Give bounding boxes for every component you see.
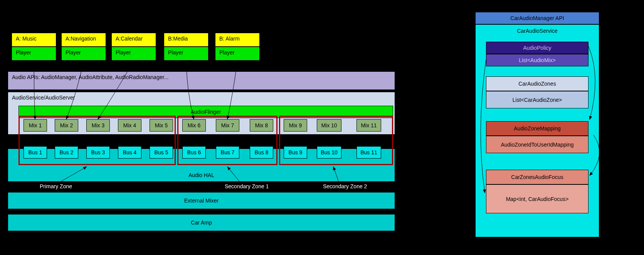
service-label: CarAudioService bbox=[517, 28, 557, 34]
secondary-zone-1-label: Secondary Zone 1 bbox=[225, 183, 269, 189]
api-label: CarAudioManager API bbox=[510, 15, 564, 21]
audio-apis-layer: Audio APIs: AudioManager, AudioAttribute… bbox=[8, 71, 395, 90]
player-label: Player bbox=[219, 49, 235, 56]
zone-user-mapping-label: AudioZoneIdToUserIdMapping bbox=[501, 142, 573, 148]
car-audio-zone-list-box: List<CarAudioZone> bbox=[486, 91, 589, 108]
zone-user-mapping-box: AudioZoneIdToUserIdMapping bbox=[486, 136, 589, 153]
app-a-calendar: A:Calendar bbox=[111, 33, 156, 47]
player-label: Player bbox=[66, 49, 81, 56]
car-audio-zones-label: CarAudioZones bbox=[518, 81, 556, 87]
audio-hal-label: Audio HAL bbox=[188, 172, 214, 178]
player-a-nav: Player bbox=[61, 47, 106, 61]
player-a-calendar: Player bbox=[111, 47, 156, 61]
app-label: A:Navigation bbox=[66, 35, 96, 42]
player-label: Player bbox=[168, 49, 183, 56]
app-a-music: A: Music bbox=[12, 33, 56, 47]
car-audio-zone-list-label: List<CarAudioZone> bbox=[513, 97, 562, 103]
car-audio-manager-api: CarAudioManager API bbox=[475, 12, 599, 24]
car-amp-layer: Car Amp bbox=[8, 214, 395, 231]
car-amp-label: Car Amp bbox=[191, 220, 212, 226]
primary-zone-outline bbox=[18, 116, 176, 165]
car-audio-zones-box: CarAudioZones bbox=[486, 76, 589, 91]
player-label: Player bbox=[16, 49, 31, 56]
audio-policy-box: AudioPolicy bbox=[486, 42, 589, 54]
player-label: Player bbox=[116, 49, 131, 56]
secondary-zone-1-outline bbox=[177, 116, 277, 165]
focus-map-label: Map<int, CarAudioFocus> bbox=[506, 196, 569, 202]
audio-mix-list-box: List<AudioMix> bbox=[486, 54, 589, 66]
app-label: B:Media bbox=[168, 35, 188, 42]
focus-map-box: Map<int, CarAudioFocus> bbox=[486, 184, 589, 213]
app-label: A:Calendar bbox=[116, 35, 143, 42]
audio-service-label: AudioService/AudioServer bbox=[12, 95, 75, 101]
app-b-alarm: B: Alarm bbox=[215, 33, 260, 47]
audio-apis-label: Audio APIs: AudioManager, AudioAttribute… bbox=[12, 74, 168, 80]
audio-mix-list-label: List<AudioMix> bbox=[519, 57, 556, 63]
secondary-zone-2-outline bbox=[279, 116, 393, 165]
app-label: A: Music bbox=[16, 35, 37, 42]
audio-policy-label: AudioPolicy bbox=[523, 45, 551, 51]
audio-zone-mapping-box: AudioZoneMapping bbox=[486, 121, 589, 136]
player-b-alarm: Player bbox=[215, 47, 260, 61]
zones-focus-label: CarZonesAudioFocus bbox=[511, 174, 563, 180]
app-a-nav: A:Navigation bbox=[61, 33, 106, 47]
audio-flinger-label: AudioFlinger bbox=[191, 109, 221, 115]
app-label: B: Alarm bbox=[219, 35, 240, 42]
car-zones-audio-focus-box: CarZonesAudioFocus bbox=[486, 170, 589, 184]
player-b-media: Player bbox=[164, 47, 209, 61]
external-mixer-layer: External Mixer bbox=[8, 192, 395, 209]
player-a-music: Player bbox=[12, 47, 56, 61]
secondary-zone-2-label: Secondary Zone 2 bbox=[323, 183, 367, 189]
app-b-media: B:Media bbox=[164, 33, 209, 47]
external-mixer-label: External Mixer bbox=[184, 198, 219, 204]
primary-zone-label: Primary Zone bbox=[40, 183, 72, 189]
audio-zone-mapping-label: AudioZoneMapping bbox=[514, 125, 560, 132]
